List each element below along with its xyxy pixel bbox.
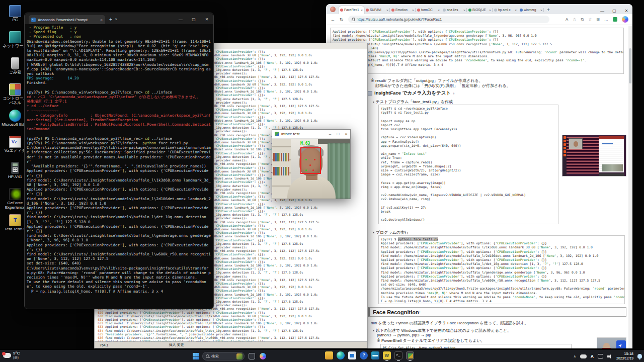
start-button[interactable]	[193, 353, 199, 359]
screenshot-thumbnail[interactable]	[562, 135, 626, 176]
webcam-window: inface test – □ × M,63	[272, 129, 351, 199]
minimize-button[interactable]: –	[326, 132, 334, 136]
terminal-line: Applied providers: ['CPUExecutionProvide…	[27, 206, 211, 215]
taskbar-app-paint[interactable]	[371, 351, 379, 361]
favorites-bar-icon[interactable]: ☆	[588, 17, 592, 22]
note-line: 顔検出ができた画像には「男(M)/女(F) 識別」「推定年齢」が付加される。	[375, 83, 511, 88]
editor-line: 635"Available providers: '{}'".format(na…	[96, 332, 367, 336]
tab-close-icon[interactable]: ×	[386, 9, 388, 12]
browser-tabs: FaceRec1×SUPAVI×Emotion×formOC×ana lies×…	[339, 6, 544, 14]
browser-tab[interactable]: BIOS(UE×	[467, 6, 493, 14]
tab-close-icon[interactable]: ×	[100, 18, 103, 22]
clock[interactable]: 15:18 2023/12/19	[616, 352, 633, 360]
tab-close-icon[interactable]: ×	[438, 9, 440, 12]
terminal-line: + CategoryInfo : ObjectNotFound: (C:\ana…	[27, 113, 211, 122]
anchor-link[interactable]: †	[419, 311, 421, 314]
extension-icon[interactable]	[613, 17, 617, 22]
browser-tab[interactable]: winmerg×	[518, 6, 544, 14]
tab-close-icon[interactable]: ×	[361, 9, 363, 12]
taskbar-app-winmerge[interactable]	[383, 351, 391, 361]
anchor-link[interactable]: †	[453, 92, 454, 95]
terminal-line: + FullyQualifiedErrorId : PathNotFound,M…	[27, 122, 211, 131]
paragraph: dlib を使った Python の顔認識ライブラリ Face Recognit…	[371, 320, 528, 326]
taskbar-app-python-app[interactable]	[406, 351, 414, 361]
tab-close-icon[interactable]: ×	[489, 9, 491, 12]
new-tab-button[interactable]: +	[547, 7, 550, 13]
browser-tab[interactable]: hp ami c×	[493, 6, 518, 14]
new-terminal-tab-button[interactable]: +	[109, 17, 112, 22]
face-recognition-photo	[597, 337, 626, 348]
tab-close-icon[interactable]: ×	[412, 9, 414, 12]
editor-mode: 挿入 変更	[169, 342, 184, 347]
taskbar-app-file-explorer[interactable]	[325, 351, 333, 361]
address-bar[interactable]: https://izutsu.aafl.netvolante.jp/pukiwi…	[348, 16, 549, 23]
close-button[interactable]: ✕	[620, 9, 632, 13]
notification-bell-icon[interactable]	[637, 354, 642, 358]
terminal-line: (py37y) PS C:\anaconda_win\workspace_py3…	[27, 136, 211, 141]
weather-widget[interactable]: 9°C (曇)	[3, 351, 20, 359]
ime-mode-icon[interactable]: A	[591, 354, 594, 359]
page-scrollbar[interactable]	[628, 26, 632, 348]
collections-icon[interactable]: ⊞	[596, 17, 600, 22]
url-text[interactable]: https://izutsu.aafl.netvolante.jp/pukiwi…	[357, 17, 442, 22]
device-icon[interactable]	[598, 354, 603, 358]
open-app-indicator	[409, 360, 412, 361]
webcam-titlebar[interactable]: inface test – □ ×	[272, 130, 350, 139]
editor-line: 630find model: C:\Users\izuts/.insightfa…	[96, 314, 367, 318]
terminal-tab-title: Anaconda Powershell Prompt	[38, 18, 98, 22]
browser-tab[interactable]: SUPAVI×	[364, 6, 390, 14]
webcam-video-frame: M,63	[272, 139, 350, 199]
tab-title: SUPAVI	[370, 8, 385, 12]
taskbar-app-help[interactable]	[360, 351, 368, 361]
browser-tab[interactable]: Emotion×	[390, 6, 416, 14]
profile-avatar-icon[interactable]	[330, 7, 336, 12]
taskbar-app-terminal[interactable]	[394, 351, 403, 361]
terminal-dropdown-icon[interactable]: ˅	[115, 18, 117, 21]
open-app-indicator	[397, 360, 400, 361]
tray-chevron-icon[interactable]: ∧	[574, 354, 576, 358]
tab-title: Emotion	[395, 8, 411, 12]
back-icon[interactable]: ←	[331, 17, 335, 22]
speaker-icon[interactable]	[607, 354, 612, 358]
terminal-output[interactable]: - Program Title : y - Speed flag : y - P…	[25, 24, 213, 309]
close-button[interactable]: ×	[342, 132, 350, 136]
tab-close-icon[interactable]: ×	[515, 9, 517, 12]
cursor-position: 764,1	[100, 343, 109, 347]
close-button[interactable]: ✕	[200, 17, 213, 22]
books	[273, 153, 289, 161]
minimize-button[interactable]: —	[596, 9, 608, 13]
copilot-taskbar-icon[interactable]	[260, 353, 266, 359]
minimize-button[interactable]: —	[174, 17, 187, 22]
taskbar-app-store[interactable]	[348, 351, 356, 361]
read-aloud-icon[interactable]: A	[566, 17, 568, 22]
browser-tab[interactable]: formOC×	[416, 6, 441, 14]
webcam-window-title: inface test	[281, 132, 326, 136]
tab-title: ana lies	[447, 8, 462, 12]
scrollbar-thumb[interactable]	[629, 48, 631, 83]
landmark-mouth-right	[312, 169, 314, 171]
terminal-line: (py37y) PS C:\anaconda_win\workspace_py3…	[27, 141, 211, 145]
split-screen-icon[interactable]: ⧉	[581, 17, 584, 22]
terminal-line: Finished.	[27, 80, 211, 85]
tab-close-icon[interactable]: ×	[463, 9, 465, 12]
taskbar-app-edge[interactable]	[337, 351, 345, 361]
tab-title: hp ami c	[498, 8, 514, 12]
onedrive-icon[interactable]	[580, 354, 587, 358]
winmerge-icon	[383, 351, 391, 359]
taskbar-search[interactable]: 検索	[202, 352, 245, 360]
tab-close-icon[interactable]: ×	[540, 9, 542, 12]
maximize-button[interactable]: ▢	[187, 17, 200, 22]
face-detection-box	[300, 147, 321, 174]
terminal-tab[interactable]: Anaconda Powershell Prompt ×	[29, 15, 105, 24]
more-options-icon[interactable]: …	[604, 17, 608, 22]
maximize-button[interactable]: □	[334, 132, 342, 136]
editor-line: 633Applied providers: ['CPUExecutionProv…	[96, 325, 367, 328]
refresh-icon[interactable]: ↻	[340, 17, 344, 22]
favorite-add-icon[interactable]: ☆	[573, 17, 576, 22]
copilot-icon[interactable]	[622, 16, 628, 23]
maximize-button[interactable]: ▢	[608, 9, 620, 13]
thumb-webcam	[569, 138, 583, 149]
browser-tab[interactable]: FaceRec1×	[339, 6, 364, 14]
task-view-button[interactable]	[249, 353, 255, 359]
browser-tab[interactable]: ana lies×	[441, 6, 467, 14]
